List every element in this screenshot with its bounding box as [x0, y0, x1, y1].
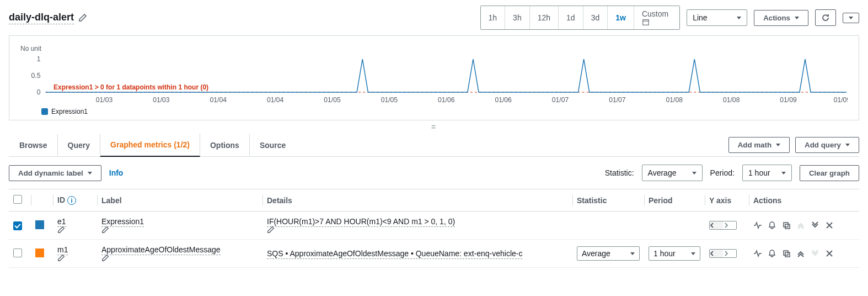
close-icon[interactable]: [825, 249, 834, 258]
svg-text:01/05: 01/05: [381, 96, 398, 104]
edit-icon[interactable]: [267, 226, 568, 234]
svg-text:01/07: 01/07: [552, 96, 569, 104]
pulse-icon[interactable]: [753, 249, 762, 258]
period-select[interactable]: 1 hour: [742, 165, 792, 181]
metric-label: ApproximateAgeOfOldestMessage: [101, 245, 221, 255]
col-yaxis: Y axis: [705, 189, 749, 212]
graph-type-label: Line: [693, 13, 707, 22]
time-range-3h[interactable]: 3h: [505, 6, 530, 29]
tab-options[interactable]: Options: [200, 134, 250, 156]
legend-swatch-icon: [41, 108, 48, 115]
add-query-button[interactable]: Add query: [795, 137, 859, 153]
time-range-1h[interactable]: 1h: [481, 6, 506, 29]
tab-row: Browse Query Graphed metrics (1/2) Optio…: [9, 134, 859, 157]
row-checkbox[interactable]: [13, 221, 22, 230]
move-up-icon[interactable]: [796, 249, 805, 258]
yaxis-right[interactable]: [723, 250, 736, 257]
svg-rect-25: [784, 251, 788, 255]
info-link[interactable]: Info: [109, 168, 124, 177]
move-up-icon: [796, 221, 805, 230]
caret-down-icon: [88, 172, 92, 175]
caret-down-icon: [737, 17, 741, 19]
statistic-label: Statistic:: [605, 168, 634, 177]
col-actions: Actions: [749, 189, 859, 212]
statistic-select[interactable]: Average: [642, 165, 703, 181]
graph-type-select[interactable]: Line: [687, 9, 747, 26]
svg-text:01/04: 01/04: [267, 96, 284, 104]
actions-label: Actions: [763, 14, 790, 22]
row-period-value: 1 hour: [653, 249, 676, 258]
tab-graphed-metrics[interactable]: Graphed metrics (1/2): [100, 134, 200, 157]
color-swatch[interactable]: [35, 249, 44, 257]
yaxis-toggle[interactable]: [709, 249, 737, 258]
clear-graph-button[interactable]: Clear graph: [800, 165, 859, 181]
metric-details: SQS • ApproximateAgeOfOldestMessage • Qu…: [267, 249, 522, 259]
svg-text:01/03: 01/03: [96, 96, 113, 104]
row-period-select[interactable]: 1 hour: [649, 246, 700, 261]
svg-text:01/09: 01/09: [780, 96, 797, 104]
caret-down-icon: [776, 144, 780, 146]
row-statistic-select[interactable]: Average: [577, 246, 640, 261]
toolbar: Add dynamic label Info Statistic: Averag…: [0, 157, 868, 189]
copy-icon[interactable]: [782, 249, 791, 258]
time-range-1w[interactable]: 1w: [608, 6, 634, 29]
info-icon[interactable]: i: [67, 196, 76, 205]
svg-text:1: 1: [37, 55, 41, 63]
row-actions: [753, 249, 855, 258]
yaxis-left[interactable]: [710, 250, 723, 257]
edit-icon[interactable]: [101, 254, 258, 262]
tab-browse[interactable]: Browse: [9, 134, 58, 156]
edit-icon[interactable]: [57, 226, 93, 234]
col-details: Details: [262, 189, 572, 212]
copy-icon[interactable]: [782, 221, 791, 230]
time-range-3d[interactable]: 3d: [583, 6, 608, 29]
chart-panel: No unit 1 0.5 0 01/03 01/03 01/04 01/04 …: [9, 35, 859, 120]
row-checkbox[interactable]: [13, 249, 22, 257]
svg-text:01/07: 01/07: [609, 96, 626, 104]
calendar-icon: [642, 18, 672, 26]
svg-text:01/09: 01/09: [834, 96, 848, 104]
add-math-button[interactable]: Add math: [728, 137, 790, 153]
chart-area[interactable]: 1 0.5 0 01/03 01/03 01/04 01/04 01/05 01…: [20, 55, 848, 104]
edit-title-icon[interactable]: [78, 13, 87, 22]
close-icon[interactable]: [825, 221, 834, 230]
tab-source[interactable]: Source: [250, 134, 296, 156]
time-range-custom-label: Custom: [642, 9, 668, 18]
move-down-icon[interactable]: [811, 221, 819, 230]
period-value: 1 hour: [748, 168, 770, 177]
time-range-custom[interactable]: Custom: [634, 6, 679, 29]
svg-text:01/05: 01/05: [324, 96, 341, 104]
add-dynamic-label-button[interactable]: Add dynamic label: [9, 165, 101, 181]
caret-down-icon: [849, 17, 853, 19]
time-range-1d[interactable]: 1d: [559, 6, 583, 29]
caret-down-icon: [630, 252, 635, 255]
bell-icon[interactable]: [768, 221, 776, 230]
refresh-menu-button[interactable]: [843, 13, 859, 23]
add-math-label: Add math: [738, 141, 771, 149]
caret-down-icon: [845, 144, 850, 146]
table-row: m1 ApproximateAgeOfOldestMessage SQS • A…: [9, 240, 859, 268]
add-query-label: Add query: [805, 141, 841, 149]
pulse-icon[interactable]: [753, 221, 762, 230]
actions-button[interactable]: Actions: [754, 10, 808, 26]
col-label: Label: [97, 189, 262, 212]
edit-icon[interactable]: [57, 254, 93, 262]
color-swatch[interactable]: [35, 220, 44, 229]
resize-handle[interactable]: =: [0, 120, 868, 134]
svg-rect-24: [785, 224, 790, 229]
yaxis-toggle[interactable]: [709, 221, 737, 230]
page-title-block: daily-dlq-alert: [9, 12, 87, 24]
bell-icon[interactable]: [768, 249, 776, 258]
caret-down-icon: [795, 17, 799, 19]
refresh-button[interactable]: [815, 9, 836, 26]
yaxis-left[interactable]: [710, 221, 723, 229]
tab-query[interactable]: Query: [58, 134, 100, 156]
row-actions: [753, 221, 855, 230]
yaxis-right[interactable]: [723, 221, 736, 229]
add-dynamic-label-text: Add dynamic label: [18, 169, 83, 177]
table-header-row: IDi Label Details Statistic Period Y axi…: [9, 189, 859, 212]
edit-icon[interactable]: [101, 226, 258, 234]
select-all-checkbox[interactable]: [13, 195, 22, 204]
time-range-12h[interactable]: 12h: [530, 6, 559, 29]
svg-text:01/06: 01/06: [495, 96, 512, 104]
